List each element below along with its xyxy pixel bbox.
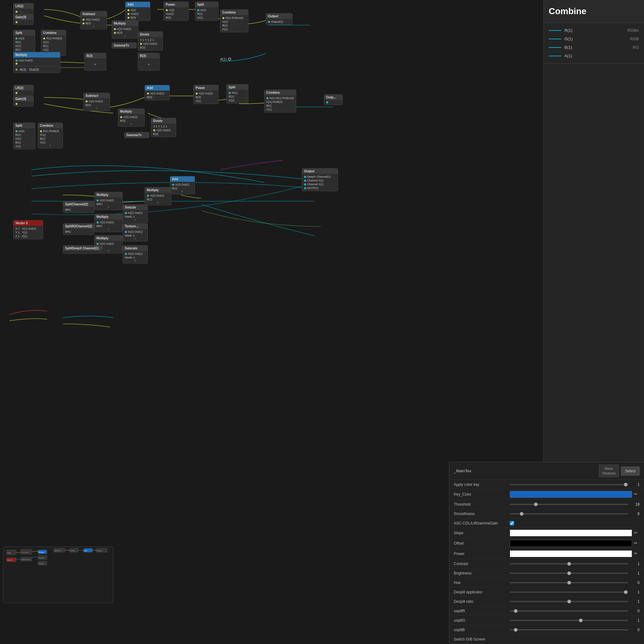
prop-despill-applicator: Despill applicator 1 [449,587,644,597]
despill-ratio-thumb[interactable] [567,600,571,603]
node-add-top[interactable]: Add A(2) Out(2) B(3) [125,2,150,21]
prop-smoothness-label: Smoothness [454,512,507,516]
uspillr-slider[interactable] [510,610,628,612]
smoothness-thumb[interactable] [520,512,524,516]
node-output-lower[interactable]: Output DeepX Channel(1) Channel 2(1) Cha… [302,168,338,191]
uspillb-slider[interactable] [510,629,628,630]
slope-swatch[interactable] [510,530,632,536]
prop-offset-value: ✏ [510,540,640,547]
despill-ratio-slider[interactable] [510,601,628,602]
svg-text:SplitChannel: SplitChannel [21,558,30,560]
power-eyedropper[interactable]: ✏ [634,551,640,557]
node-lr2[interactable]: LR(2) → [13,3,34,15]
prop-key-color-value: ✏ [510,491,640,498]
threshold-thumb[interactable] [534,502,538,506]
ascdl-checkbox[interactable] [510,521,514,525]
node-b3-1[interactable]: B(3) ▼ [84,53,106,71]
despill-applicator-thumb[interactable] [624,590,628,594]
uspillg-thumb[interactable] [579,619,583,622]
offset-eyedropper[interactable]: ✏ [634,541,640,546]
node-subtract-top[interactable]: Subtract A(2) Out(2) B(3) ▼ [80,11,107,29]
node-multiply-lower2-header: Multiply [95,214,122,219]
uspillb-num: 0 [630,628,640,632]
node-b3-2[interactable]: B(3) ▼ [138,53,160,71]
uspillr-thumb[interactable] [514,609,518,613]
contrast-slider[interactable] [510,563,628,564]
node-divide-top[interactable]: Divide X 1 Y 1 Z 1 A(2) Out(2) B(2) [138,31,163,51]
port-g-line [549,39,561,39]
node-gain3[interactable]: Gain(3) [13,14,34,25]
node-multiply-lowerright[interactable]: Multiply A(2) Out(1) B(1) ▼ [145,187,171,205]
brightness-slider[interactable] [510,573,628,574]
node-multiply-mid-header: Multiply [118,109,144,114]
prop-slope-value: ✏ [510,530,640,536]
node-multiply-lower1[interactable]: Multiply A(2) Out(2) BRC ▼ [94,192,123,210]
threshold-slider[interactable] [510,504,628,505]
node-combine-midleft[interactable]: Combine R(1) RGB(3) G(1) B(1) A(1) ▼ [38,123,63,148]
key-color-eyedropper[interactable]: ✏ [634,491,640,497]
key-color-swatch[interactable] [510,491,632,498]
node-splitchannel3[interactable]: SplitDeepX Channel(1) [63,245,101,254]
node-multiply-lower2[interactable]: Multiply A(2) Out(2) BRC ▼ [94,214,123,232]
uspillb-thumb[interactable] [514,628,518,632]
node-splitchannel2[interactable]: SplitR2Channel(2) BRC [63,223,94,235]
svg-text:Split: Split [7,552,11,554]
node-saturate-lower[interactable]: Saturate In(2) Out(1) Mode: z ▼ [123,245,148,264]
prop-uspillr-label: uspillR [454,609,507,613]
apply-color-key-num: 1 [630,482,640,487]
brightness-thumb[interactable] [567,571,571,575]
offset-swatch[interactable] [510,540,632,547]
contrast-thumb[interactable] [567,562,571,566]
maintex-label: _MainTex [454,469,471,473]
node-divide-mid[interactable]: Divide X 1 Y 1 Z 1 A(2) Out(2) B(2) [151,118,176,137]
smoothness-slider[interactable] [510,513,628,514]
node-output-top-header: Output [266,14,292,19]
node-multiply-mid[interactable]: Multiply A(2) Out(2) B(3) ▼ [118,108,145,127]
node-power-mid[interactable]: Power A(2) Out(2) B(3) A(1) [193,85,219,104]
prop-threshold-label: Threshold [454,502,507,507]
node-power-top[interactable]: Power A(2) Out(2) B(3) [164,2,189,21]
apply-color-key-thumb[interactable] [624,483,628,486]
node-add-mid[interactable]: Add A(2) Out(2) B(3) [145,85,170,100]
node-a1[interactable]: A(1) [220,57,239,61]
node-multiply-big[interactable]: Multiply A(3) Out(3) A(3) Out(3) [13,52,60,73]
node-output-lower-header: Output [302,169,338,174]
despill-applicator-slider[interactable] [510,591,628,593]
node-swizzle[interactable]: Swizzle In(2) Out(1) Mask: x ▼ [123,204,148,223]
node-add-lower[interactable]: Add A(2) Out(1) B(1) ▼ [170,176,195,194]
select-button[interactable]: Select [621,467,640,475]
port-r-output: RGBA [627,28,639,33]
node-lr2-mid[interactable]: LR(2) [13,85,34,96]
node-split-mid[interactable]: Split In(1) R(1) G(1) [226,84,248,103]
node-texture-lower[interactable]: Texture... In(2) Out(1) Mask: y ▼ [123,223,148,241]
apply-color-key-slider[interactable] [510,484,628,485]
node-add-mid-header: Add [145,85,169,91]
node-gain3-mid[interactable]: Gain(3) [13,96,34,107]
node-split-midleft[interactable]: Split In(4) R(1) G(1) B(1) A(1) [13,123,35,149]
node-b3-2-header: B(3) [138,53,159,58]
prop-uspillb-value: 0 [510,628,640,632]
svg-text:Multiply: Multiply [39,563,44,564]
node-subtract-mid[interactable]: Subtract A(2) Out(2) B(3) ▼ [83,93,110,111]
node-output-top[interactable]: Output Output(1) [266,13,292,25]
contrast-num: 1 [630,562,640,566]
power-swatch[interactable] [510,550,632,557]
node-multiply-topleft[interactable]: Multiply A(2) Out(2) B(3) ▼ [112,20,138,39]
hue-num: 0 [630,580,640,585]
node-combine-midleft-header: Combine [38,123,63,128]
slope-eyedropper[interactable]: ✏ [634,530,640,536]
svg-text:SplitR2Ch: SplitR2Ch [54,550,62,552]
hue-thumb[interactable] [567,581,571,585]
node-gammatv-top[interactable]: GammaTv [112,42,137,48]
node-combine-midright[interactable]: Combine In(1) R(1) RGBA(4) G(1) RGB(3) B… [264,90,296,113]
prop-uspillb: uspillB 0 [449,625,644,635]
uspillg-slider[interactable] [510,620,628,621]
node-gammatv-mid[interactable]: GammaTv [124,132,149,138]
node-splitchannel1[interactable]: SplitChannel(2) BRC [63,201,94,213]
node-split-topright[interactable]: Split In(1) R(1) G(1) [195,2,219,21]
svg-text:Multiply: Multiply [39,551,44,553]
node-output-mid[interactable]: Outp... [324,94,343,105]
node-vector3[interactable]: Vector 3 X 1 X(1) Out(4) Y 1 Y(1) Z 1 Z(… [13,220,43,239]
hue-slider[interactable] [510,582,628,583]
node-combine-topright[interactable]: Combine R(1) RGBA(4) G(1) B(1) A(1) [220,9,248,32]
